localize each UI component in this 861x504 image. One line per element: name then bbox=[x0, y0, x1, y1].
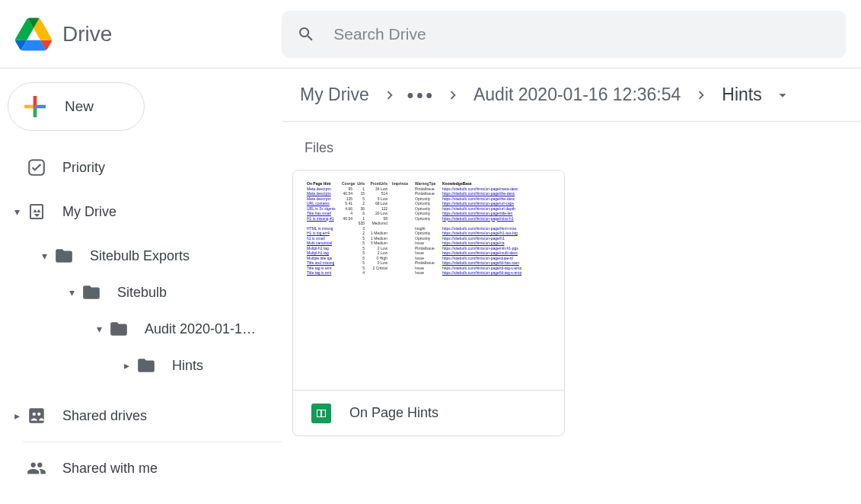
plus-icon bbox=[19, 91, 51, 123]
breadcrumb: My Drive ••• Audit 2020-01-16 12:36:54 H… bbox=[282, 69, 861, 122]
tree-item-audit[interactable]: ▾ Audit 2020-01-1… bbox=[8, 311, 282, 347]
file-card[interactable]: On Page HintCovrgeUrlsPrcntUrlsImprtnceW… bbox=[292, 170, 565, 436]
search-bar[interactable] bbox=[282, 11, 846, 58]
tree-item-sitebulb[interactable]: ▾ Sitebulb bbox=[8, 274, 282, 311]
tree-item-sitebulb-exports[interactable]: ▾ Sitebulb Exports bbox=[8, 238, 282, 274]
tree-label: Sitebulb Exports bbox=[90, 248, 190, 264]
drive-logo-icon bbox=[15, 18, 52, 51]
breadcrumb-item-current[interactable]: Hints bbox=[716, 81, 767, 108]
chevron-right-icon bbox=[381, 87, 398, 104]
sidebar-label: Priority bbox=[62, 160, 105, 176]
priority-icon bbox=[27, 158, 46, 177]
file-preview: On Page HintCovrgeUrlsPrcntUrlsImprtnceW… bbox=[293, 171, 564, 390]
shared-drives-icon bbox=[27, 406, 46, 426]
search-icon bbox=[297, 24, 315, 44]
sidebar-item-shared-drives[interactable]: ▸ Shared drives bbox=[8, 397, 282, 434]
chevron-right-icon[interactable]: ▸ bbox=[8, 410, 26, 422]
folder-icon bbox=[54, 246, 74, 266]
folder-icon bbox=[136, 356, 156, 375]
chevron-right-icon bbox=[693, 87, 710, 104]
file-footer: On Page Hints bbox=[293, 390, 564, 435]
chevron-down-icon[interactable]: ▾ bbox=[35, 250, 53, 262]
new-button-label: New bbox=[65, 98, 94, 115]
section-title-files: Files bbox=[305, 140, 861, 156]
sidebar-item-mydrive[interactable]: ▾ My Drive bbox=[8, 193, 282, 230]
breadcrumb-item-audit[interactable]: Audit 2020-01-16 12:36:54 bbox=[467, 81, 687, 108]
sidebar-label: Shared drives bbox=[62, 408, 147, 424]
sidebar-label: My Drive bbox=[62, 204, 116, 220]
breadcrumb-overflow[interactable]: ••• bbox=[404, 85, 438, 106]
sidebar-item-priority[interactable]: Priority bbox=[8, 149, 282, 186]
folder-icon bbox=[109, 319, 129, 339]
chevron-down-icon[interactable] bbox=[774, 87, 791, 104]
logo-area[interactable]: Drive bbox=[15, 18, 282, 51]
tree-label: Hints bbox=[172, 358, 203, 374]
tree-label: Audit 2020-01-1… bbox=[145, 321, 256, 337]
chevron-down-icon[interactable]: ▾ bbox=[90, 323, 108, 335]
file-name: On Page Hints bbox=[349, 405, 438, 421]
sidebar-item-shared-with-me[interactable]: Shared with me bbox=[8, 450, 282, 486]
tree-label: Sitebulb bbox=[117, 285, 167, 301]
tree-item-hints[interactable]: ▸ Hints bbox=[8, 347, 282, 384]
breadcrumb-item-root[interactable]: My Drive bbox=[294, 81, 375, 108]
chevron-right-icon bbox=[445, 87, 461, 104]
drive-icon bbox=[27, 203, 46, 221]
header: Drive bbox=[0, 0, 861, 69]
sidebar-label: Shared with me bbox=[62, 461, 158, 477]
folder-icon bbox=[81, 282, 101, 302]
search-input[interactable] bbox=[333, 25, 831, 43]
main-content: My Drive ••• Audit 2020-01-16 12:36:54 H… bbox=[282, 69, 861, 504]
file-grid: On Page HintCovrgeUrlsPrcntUrlsImprtnceW… bbox=[282, 170, 861, 436]
sidebar: New Priority ▾ My Drive ▾ Sitebulb Expor… bbox=[0, 69, 282, 504]
app-title: Drive bbox=[62, 22, 112, 46]
chevron-right-icon[interactable]: ▸ bbox=[117, 359, 136, 372]
chevron-down-icon[interactable]: ▾ bbox=[62, 286, 81, 298]
new-button[interactable]: New bbox=[8, 82, 145, 131]
chevron-down-icon[interactable]: ▾ bbox=[8, 206, 26, 218]
sheets-icon bbox=[311, 404, 331, 423]
people-icon bbox=[27, 458, 46, 478]
divider bbox=[23, 442, 282, 442]
